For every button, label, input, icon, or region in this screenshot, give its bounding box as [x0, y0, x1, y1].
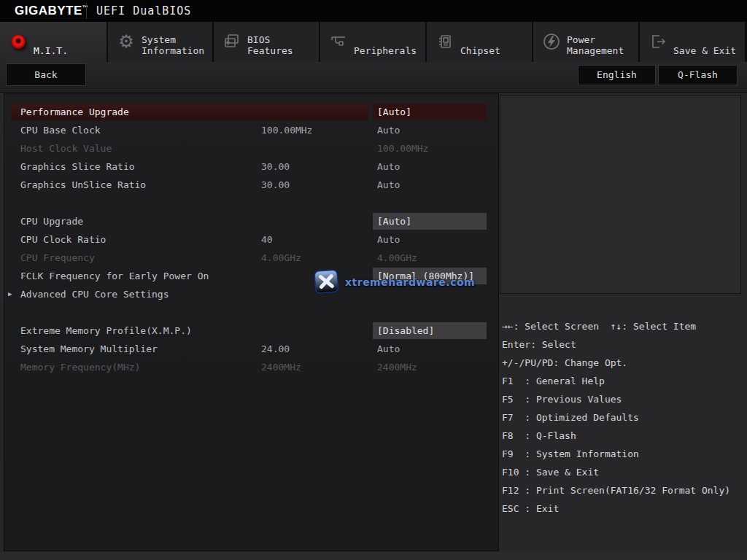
setting-label: CPU Frequency: [11, 249, 368, 266]
setting-value: Auto: [373, 122, 487, 139]
setting-current: 24.00: [261, 340, 290, 358]
lightning-icon: [541, 31, 562, 52]
qflash-button[interactable]: Q-Flash: [658, 65, 738, 85]
setting-label: Memory Frequency(MHz): [11, 359, 368, 376]
tab-label: Peripherals: [354, 45, 417, 56]
help-line: F10 : Save & Exit: [502, 463, 746, 481]
setting-current: 30.00: [261, 176, 290, 194]
language-button[interactable]: English: [578, 65, 656, 85]
tab-mit[interactable]: M.I.T.: [0, 22, 107, 62]
gigabyte-logo: GIGABYTE™: [15, 4, 88, 18]
mit-knob-icon: [8, 31, 28, 52]
settings-spacer: [4, 194, 498, 212]
setting-label: CPU Upgrade: [11, 213, 368, 230]
logo-divider: [86, 3, 87, 19]
tab-label: Chipset: [460, 45, 500, 56]
help-line: F12 : Print Screen(FAT16/32 Format Only): [502, 481, 746, 499]
row-memory-frequency: Memory Frequency(MHz) 2400MHz 2400MHz: [4, 358, 498, 376]
top-logo-bar: GIGABYTE™ UEFI DualBIOS: [0, 0, 747, 22]
row-host-clock-value: Host Clock Value 100.00MHz: [4, 139, 498, 158]
help-line: F5 : Previous Values: [502, 390, 746, 408]
help-line: ESC : Exit: [502, 499, 746, 518]
row-graphics-slice-ratio[interactable]: Graphics Slice Ratio 30.00 Auto: [4, 158, 498, 176]
row-xmp[interactable]: Extreme Memory Profile(X.M.P.) [Disabled…: [4, 322, 498, 340]
row-system-memory-multiplier[interactable]: System Memory Multiplier 24.00 Auto: [4, 340, 498, 358]
tab-label: Power Management: [567, 34, 638, 56]
setting-value: Auto: [373, 176, 487, 193]
setting-value: Auto: [373, 341, 487, 357]
help-line: F1 : General Help: [502, 372, 746, 390]
setting-value: Auto: [373, 158, 487, 175]
tab-power-management[interactable]: Power Management: [533, 22, 638, 62]
tab-label: M.I.T.: [34, 45, 68, 56]
content-area: Performance Upgrade [Auto] CPU Base Cloc…: [0, 93, 747, 552]
setting-current: 2400MHz: [261, 358, 301, 376]
help-line: →←: Select Screen ↑↓: Select Item: [502, 317, 746, 335]
gear-icon: ⚙: [116, 31, 136, 52]
exit-door-icon: [648, 31, 668, 52]
settings-spacer: [4, 303, 498, 322]
setting-value: 4.00GHz: [373, 249, 487, 266]
help-line: F8 : Q-Flash: [502, 427, 746, 445]
setting-value: [Normal (800Mhz)]: [373, 268, 487, 284]
tab-bios-features[interactable]: BIOS Features: [214, 22, 319, 62]
setting-current: 40: [261, 230, 273, 249]
tab-bar: M.I.T. ⚙ System Information BIOS Feature…: [0, 22, 747, 62]
tab-system-information[interactable]: ⚙ System Information: [108, 22, 212, 62]
row-cpu-frequency: CPU Frequency 4.00GHz 4.00GHz: [4, 249, 498, 267]
back-button[interactable]: Back: [6, 63, 86, 86]
setting-value: Auto: [373, 231, 487, 248]
bios-title: UEFI DualBIOS: [96, 4, 191, 18]
setting-value: [Auto]: [373, 213, 487, 230]
setting-label: CPU Clock Ratio: [11, 231, 368, 248]
setting-label: Performance Upgrade: [11, 104, 368, 120]
setting-label: Extreme Memory Profile(X.M.P.): [11, 322, 368, 339]
item-help-box: [500, 95, 741, 294]
setting-value: 2400MHz: [373, 359, 487, 376]
setting-value: [Disabled]: [373, 322, 487, 339]
tab-label: Save & Exit: [673, 45, 736, 56]
setting-label: Host Clock Value: [11, 140, 368, 157]
help-line: F9 : System Information: [502, 445, 746, 463]
setting-label: System Memory Multiplier: [11, 341, 368, 357]
setting-label: Graphics Slice Ratio: [11, 158, 368, 175]
peripherals-icon: [328, 31, 349, 52]
setting-current: 100.00MHz: [261, 121, 312, 139]
settings-panel: Performance Upgrade [Auto] CPU Base Cloc…: [4, 93, 499, 551]
tab-label: BIOS Features: [247, 34, 319, 56]
tab-chipset[interactable]: Chipset: [427, 22, 532, 62]
setting-label: CPU Base Clock: [11, 122, 368, 139]
key-help-list: →←: Select Screen ↑↓: Select Item Enter:…: [502, 317, 746, 518]
bottom-strip: [0, 552, 747, 560]
setting-current: 4.00GHz: [261, 249, 301, 267]
setting-label: Graphics UnSlice Ratio: [11, 176, 368, 193]
tab-save-exit[interactable]: Save & Exit: [640, 22, 745, 62]
sub-toolbar: Back English Q-Flash: [0, 62, 747, 93]
row-performance-upgrade[interactable]: Performance Upgrade [Auto]: [4, 103, 498, 121]
row-cpu-clock-ratio[interactable]: CPU Clock Ratio 40 Auto: [4, 230, 498, 249]
setting-current: 30.00: [261, 158, 290, 176]
row-fclk-frequency[interactable]: FCLK Frequency for Early Power On [Norma…: [4, 267, 498, 285]
settings-list: Performance Upgrade [Auto] CPU Base Cloc…: [4, 103, 498, 376]
help-line: F7 : Optimized Defaults: [502, 408, 746, 427]
setting-value: [Auto]: [373, 104, 487, 120]
row-cpu-base-clock[interactable]: CPU Base Clock 100.00MHz Auto: [4, 121, 498, 139]
windows-plus-icon: [222, 31, 242, 52]
row-graphics-unslice-ratio[interactable]: Graphics UnSlice Ratio 30.00 Auto: [4, 176, 498, 194]
setting-value: [373, 286, 487, 303]
setting-value: 100.00MHz: [373, 140, 487, 157]
row-advanced-cpu-core-settings[interactable]: ▶ Advanced CPU Core Settings: [4, 285, 498, 303]
help-line: Enter: Select: [502, 335, 746, 354]
setting-label: FCLK Frequency for Early Power On: [11, 268, 368, 284]
tab-peripherals[interactable]: Peripherals: [320, 22, 425, 62]
tab-label: System Information: [142, 34, 212, 56]
setting-label: Advanced CPU Core Settings: [11, 286, 368, 303]
help-line: +/-/PU/PD: Change Opt.: [502, 354, 746, 372]
row-cpu-upgrade[interactable]: CPU Upgrade [Auto]: [4, 212, 498, 230]
chip-icon: [435, 31, 455, 52]
